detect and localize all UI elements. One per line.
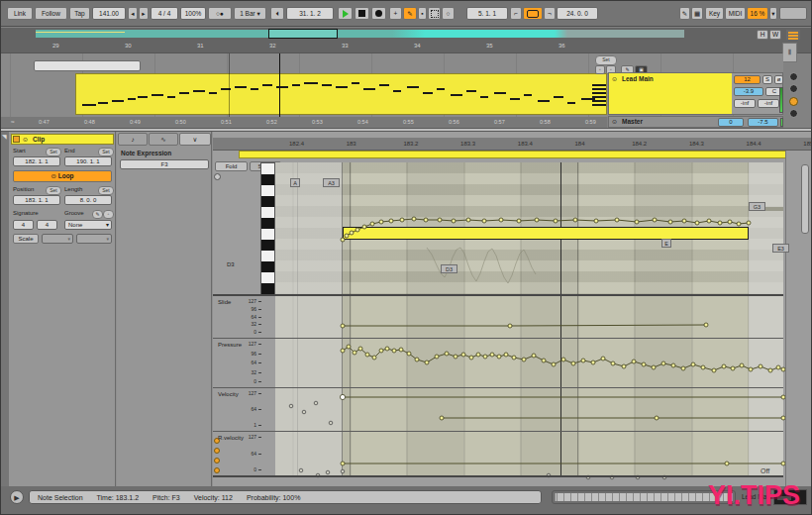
breakpoint[interactable] bbox=[353, 351, 356, 355]
breakpoint[interactable] bbox=[737, 222, 741, 226]
lane-divider[interactable] bbox=[213, 338, 783, 339]
editor-beat-ruler[interactable]: 182.4183183.2183.3183.4184184.2184.3184.… bbox=[213, 138, 812, 151]
lane-divider[interactable] bbox=[213, 431, 783, 432]
arrangement-overview[interactable] bbox=[1, 28, 812, 40]
breakpoint[interactable] bbox=[581, 359, 585, 362]
send-a-field[interactable]: -inf bbox=[734, 99, 756, 108]
breakpoint[interactable] bbox=[362, 225, 366, 229]
breakpoint[interactable] bbox=[508, 324, 512, 328]
ghost-note-tag[interactable]: A3 bbox=[323, 178, 340, 187]
breakpoint[interactable] bbox=[476, 353, 480, 357]
loop-button[interactable]: ⊙ Loop bbox=[13, 170, 112, 182]
breakpoint[interactable] bbox=[385, 347, 389, 351]
piano-keyboard[interactable] bbox=[260, 162, 275, 295]
breakpoint[interactable] bbox=[731, 366, 735, 370]
end-field[interactable]: 190. 1. 1 bbox=[64, 156, 112, 166]
breakpoint[interactable] bbox=[552, 362, 556, 366]
tab-notes[interactable]: ♪ bbox=[118, 133, 148, 146]
signature-numerator-field[interactable]: 4 bbox=[13, 220, 34, 230]
breakpoint[interactable] bbox=[345, 234, 349, 238]
breakpoint[interactable] bbox=[372, 356, 376, 360]
re-enable-automation-button[interactable]: ▪ bbox=[418, 7, 427, 20]
master-track-name[interactable]: Master bbox=[622, 118, 643, 125]
record-button[interactable] bbox=[371, 7, 386, 20]
lane-handle-dot[interactable] bbox=[214, 467, 220, 473]
start-field[interactable]: 182. 1. 1 bbox=[13, 156, 60, 166]
breakpoint[interactable] bbox=[341, 324, 345, 328]
ghost-breakpoint[interactable] bbox=[299, 468, 303, 472]
track-activator[interactable]: 12 bbox=[734, 75, 761, 84]
stop-clip-button[interactable] bbox=[789, 72, 798, 81]
breakpoint[interactable] bbox=[653, 218, 657, 222]
track-unfold-icon[interactable]: ⊙ bbox=[612, 118, 617, 125]
zoom-back-button[interactable]: ⫴ bbox=[782, 43, 797, 62]
track-header-master[interactable]: ⊙ Master 0 -7.5 bbox=[608, 116, 783, 128]
key-map-button[interactable]: Key bbox=[705, 7, 724, 20]
breakpoint[interactable] bbox=[759, 364, 762, 368]
scale-toggle-button[interactable]: Scale bbox=[13, 234, 39, 244]
breakpoint[interactable] bbox=[389, 219, 393, 223]
position-set-button[interactable]: Set bbox=[46, 186, 61, 195]
scale-name-select[interactable]: ▾ bbox=[76, 234, 112, 244]
breakpoint[interactable] bbox=[681, 366, 685, 370]
breakpoint[interactable] bbox=[707, 219, 711, 223]
breakpoint[interactable] bbox=[722, 364, 726, 368]
breakpoint[interactable] bbox=[399, 348, 403, 352]
breakpoint[interactable] bbox=[425, 360, 429, 364]
lane-divider[interactable] bbox=[213, 294, 783, 296]
breakpoint[interactable] bbox=[718, 221, 722, 225]
breakpoint[interactable] bbox=[341, 238, 345, 242]
breakpoint[interactable] bbox=[341, 349, 345, 353]
breakpoint[interactable] bbox=[535, 218, 539, 222]
computer-midi-keyboard-button[interactable]: ▦ bbox=[691, 7, 703, 20]
follow-playhead-button[interactable]: ▶ bbox=[10, 490, 24, 504]
breakpoint[interactable] bbox=[340, 394, 345, 399]
cpu-menu-caret[interactable]: ▾ bbox=[769, 7, 777, 20]
breakpoint[interactable] bbox=[668, 220, 672, 224]
master-volume-field[interactable]: -7.5 bbox=[748, 118, 778, 127]
tap-tempo-button[interactable]: Tap bbox=[69, 7, 90, 20]
breakpoint[interactable] bbox=[768, 368, 772, 372]
back-to-start-button[interactable]: ⏴ bbox=[270, 7, 284, 20]
capture-midi-button[interactable] bbox=[428, 7, 441, 20]
lane-divider[interactable] bbox=[213, 475, 783, 477]
breakpoint[interactable] bbox=[454, 355, 457, 359]
breakpoint[interactable] bbox=[350, 231, 354, 235]
breakpoint[interactable] bbox=[445, 352, 449, 356]
breakpoint[interactable] bbox=[452, 219, 456, 223]
tab-envelopes[interactable]: ∿ bbox=[149, 133, 178, 146]
breakpoint[interactable] bbox=[461, 353, 465, 357]
breakpoint[interactable] bbox=[341, 462, 345, 465]
clip-color-icon[interactable] bbox=[13, 136, 20, 143]
breakpoint[interactable] bbox=[466, 218, 470, 222]
play-button[interactable] bbox=[338, 7, 353, 20]
breakpoint[interactable] bbox=[532, 354, 536, 358]
cpu-meter[interactable]: 16 % bbox=[747, 7, 768, 20]
breakpoint[interactable] bbox=[561, 358, 565, 361]
breakpoint[interactable] bbox=[379, 349, 383, 353]
breakpoint[interactable] bbox=[691, 362, 695, 366]
draw-mode-toggle-button[interactable]: ✎ bbox=[679, 7, 690, 20]
stop-clip-button[interactable] bbox=[789, 84, 798, 93]
start-set-button[interactable]: Set bbox=[46, 148, 61, 156]
ghost-breakpoint[interactable] bbox=[302, 410, 306, 414]
breakpoint[interactable] bbox=[573, 218, 577, 222]
breakpoint[interactable] bbox=[652, 365, 656, 369]
panel-collapse-icon[interactable]: ◥ bbox=[2, 133, 7, 140]
expression-curves[interactable] bbox=[275, 162, 783, 476]
ghost-note-tag[interactable]: D3 bbox=[441, 264, 457, 273]
breakpoint[interactable] bbox=[601, 357, 605, 360]
breakpoint[interactable] bbox=[671, 363, 675, 367]
vertical-scrollbar[interactable] bbox=[801, 164, 809, 234]
breakpoint[interactable] bbox=[497, 355, 501, 359]
breakpoint[interactable] bbox=[435, 355, 439, 359]
breakpoint[interactable] bbox=[542, 359, 546, 362]
editor-loop-bar[interactable] bbox=[239, 151, 811, 158]
breakpoint[interactable] bbox=[704, 323, 708, 327]
scale-root-select[interactable]: ▾ bbox=[42, 234, 73, 244]
draw-mode-button[interactable]: ✎ bbox=[403, 7, 417, 20]
breakpoint[interactable] bbox=[358, 347, 362, 351]
groove-commit-button[interactable]: ◦ bbox=[103, 210, 114, 219]
ghost-breakpoint[interactable] bbox=[329, 421, 333, 425]
follow-button[interactable]: Follow bbox=[35, 7, 67, 20]
